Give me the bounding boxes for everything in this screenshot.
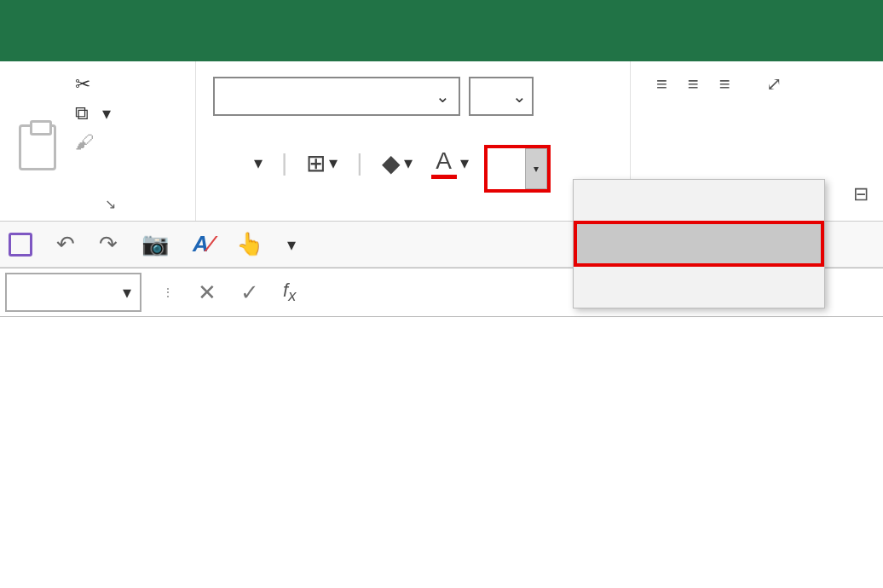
cut-button[interactable]: ✂ (75, 73, 111, 95)
confirm-edit-button[interactable]: ✓ (240, 280, 259, 306)
divider: | (356, 149, 362, 176)
chevron-down-icon: ⌄ (436, 86, 450, 107)
fx-button[interactable]: fx (283, 280, 296, 305)
dialog-launcher-icon[interactable]: ↘ (105, 196, 116, 212)
bucket-icon: ◆ (382, 149, 401, 177)
chevron-down-icon[interactable]: ▾ (525, 148, 547, 189)
clipboard-group: ✂ ⧉ ▾ 🖌 ↘ (0, 61, 196, 221)
merge-button[interactable]: ⊟ (853, 183, 869, 205)
chevron-down-icon: ▾ (460, 153, 469, 173)
camera-button[interactable]: 📷 (141, 231, 169, 257)
orientation-button[interactable]: ⤢ (766, 73, 782, 95)
name-box[interactable]: ▾ (5, 273, 141, 312)
qat-customize-icon[interactable]: ▾ (287, 234, 296, 255)
redo-button[interactable]: ↷ (99, 231, 118, 257)
color-underline (431, 175, 457, 179)
copy-button[interactable]: ⧉ ▾ (75, 102, 111, 124)
font-color-letter: A (436, 147, 452, 175)
chevron-down-icon: ▾ (102, 103, 111, 124)
clear-format-button[interactable]: A⁄ (193, 231, 212, 257)
paste-button[interactable] (9, 73, 66, 176)
font-group: ⌄ ⌄ ▾ | ⊞▾ | ◆▾ A▾ ▾ (196, 61, 631, 221)
font-name-select[interactable]: ⌄ (213, 77, 460, 116)
format-painter-button[interactable]: 🖌 (75, 131, 111, 153)
align-bottom-button[interactable]: ≡ (719, 73, 730, 95)
menu-edit-pinyin[interactable] (574, 221, 824, 267)
border-icon: ⊞ (306, 149, 326, 177)
underline-button[interactable]: ▾ (251, 153, 263, 173)
pinyin-icon (582, 200, 609, 201)
fill-color-button[interactable]: ◆▾ (382, 149, 413, 177)
font-color-button[interactable]: A▾ (431, 147, 469, 179)
undo-button[interactable]: ↶ (56, 231, 75, 257)
border-button[interactable]: ⊞▾ (306, 149, 338, 177)
chevron-down-icon: ▾ (123, 282, 131, 303)
pinyin-icon (586, 244, 613, 245)
chevron-down-icon: ▾ (329, 153, 338, 173)
menu-pinyin-settings[interactable] (574, 267, 824, 308)
pinyin-split-button[interactable]: ▾ (484, 145, 551, 193)
save-button[interactable] (9, 233, 32, 257)
copy-icon: ⧉ (75, 102, 89, 124)
align-middle-button[interactable]: ≡ (688, 73, 699, 95)
chevron-down-icon: ▾ (254, 153, 263, 173)
menu-show-pinyin[interactable] (574, 180, 824, 221)
pinyin-dropdown-menu (573, 179, 825, 308)
divider: | (281, 149, 287, 176)
chevron-down-icon: ▾ (404, 153, 413, 173)
range-dots-icon: ⋮ (162, 285, 174, 299)
align-top-button[interactable]: ≡ (656, 73, 667, 95)
clipboard-icon (19, 124, 56, 170)
ribbon-tabs (0, 0, 883, 61)
pinyin-icon (582, 287, 609, 288)
brush-icon: 🖌 (75, 131, 94, 153)
chevron-down-icon: ⌄ (512, 86, 527, 107)
scissors-icon: ✂ (75, 73, 90, 95)
font-size-select[interactable]: ⌄ (469, 77, 534, 116)
cancel-edit-button[interactable]: ✕ (198, 280, 216, 306)
pinyin-icon (488, 148, 525, 189)
touch-mode-button[interactable]: 👆 (236, 231, 263, 257)
